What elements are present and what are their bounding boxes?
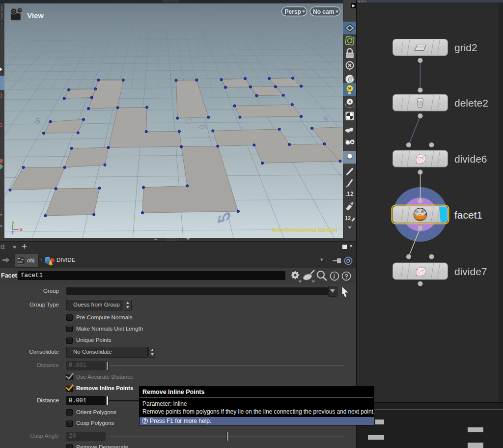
svg-text:facet1: facet1 bbox=[454, 209, 482, 221]
svg-text:divide6: divide6 bbox=[454, 153, 487, 165]
svg-text:delete2: delete2 bbox=[454, 97, 488, 109]
svg-text:divide7: divide7 bbox=[454, 266, 487, 277]
svg-text:grid2: grid2 bbox=[454, 42, 477, 53]
